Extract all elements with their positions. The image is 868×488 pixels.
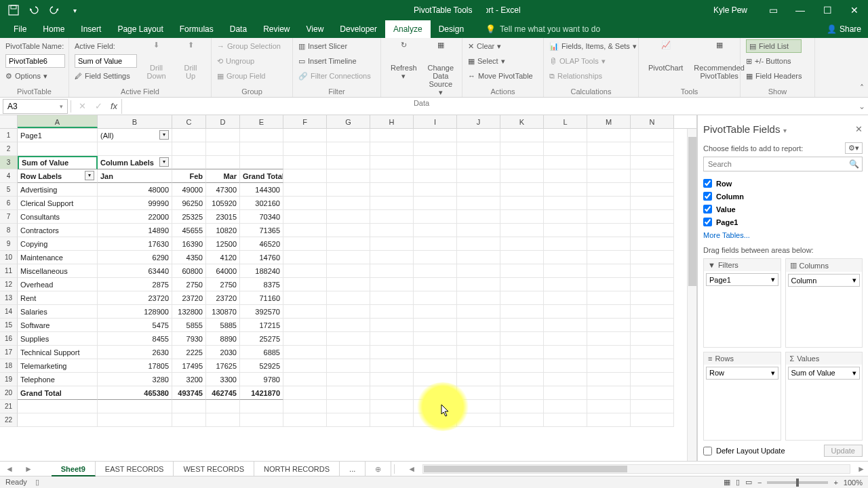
cell[interactable]: 8375 xyxy=(240,278,283,291)
cell[interactable] xyxy=(544,332,587,346)
cell[interactable]: Salaries xyxy=(18,305,98,319)
more-tables-link[interactable]: More Tables... xyxy=(703,231,863,239)
cell[interactable] xyxy=(457,197,500,210)
cell[interactable] xyxy=(587,129,631,142)
tab-page-layout[interactable]: Page Layout xyxy=(109,20,171,38)
cell[interactable] xyxy=(283,237,327,251)
cell[interactable]: Grand Total xyxy=(18,386,98,400)
tab-file[interactable]: File xyxy=(5,20,35,38)
cell[interactable] xyxy=(631,400,674,413)
cell[interactable] xyxy=(414,373,457,386)
cell[interactable] xyxy=(414,197,457,210)
col-header-F[interactable]: F xyxy=(283,115,327,128)
dropdown-icon[interactable]: ▾ xyxy=(159,130,169,140)
cell[interactable] xyxy=(370,237,414,251)
cell[interactable] xyxy=(457,129,500,142)
row-header[interactable]: 12 xyxy=(0,278,18,291)
cell[interactable] xyxy=(587,373,631,386)
cell[interactable] xyxy=(587,346,631,359)
hscroll-right-icon[interactable]: ► xyxy=(854,464,868,474)
cell[interactable] xyxy=(370,386,414,400)
cell[interactable] xyxy=(587,400,631,413)
cell[interactable]: 71365 xyxy=(240,224,283,237)
row-header[interactable]: 8 xyxy=(0,224,18,237)
cell[interactable]: 71160 xyxy=(240,291,283,305)
expand-formula-bar-icon[interactable]: ⌄ xyxy=(856,102,868,111)
cell[interactable] xyxy=(414,291,457,305)
qat-custom-icon[interactable]: ▾ xyxy=(68,3,81,17)
cell[interactable] xyxy=(327,183,370,197)
value-area-item[interactable]: Sum of Value▾ xyxy=(788,367,861,380)
cell[interactable] xyxy=(240,156,283,169)
cell[interactable]: 46520 xyxy=(240,237,283,251)
cell[interactable] xyxy=(283,413,327,427)
cell[interactable] xyxy=(414,251,457,264)
share-button[interactable]: 👤 Share xyxy=(827,20,861,38)
move-pt-button[interactable]: ↔ Move PivotTable xyxy=(468,69,533,83)
cell[interactable]: 60800 xyxy=(172,264,206,278)
cell[interactable]: 63440 xyxy=(98,264,172,278)
cell[interactable] xyxy=(327,210,370,224)
cell[interactable] xyxy=(370,291,414,305)
collapse-ribbon-icon[interactable]: ˄ xyxy=(860,83,864,93)
cell[interactable]: 23720 xyxy=(172,291,206,305)
cell[interactable]: 5475 xyxy=(98,319,172,332)
cell[interactable]: Sum of Value xyxy=(18,156,98,169)
row-header[interactable]: 22 xyxy=(0,413,18,427)
row-header[interactable]: 21 xyxy=(0,400,18,413)
fields-items-sets-button[interactable]: 📊 Fields, Items, & Sets ▾ xyxy=(549,39,637,53)
col-header-A[interactable]: A xyxy=(18,115,98,128)
insert-timeline-button[interactable]: ▭ Insert Timeline xyxy=(298,54,371,68)
cell[interactable]: Rent xyxy=(18,291,98,305)
cell[interactable] xyxy=(370,224,414,237)
cell[interactable]: Maintenance xyxy=(18,251,98,264)
cell[interactable]: Telemarketing xyxy=(18,359,98,373)
cell[interactable] xyxy=(631,183,674,197)
pivotchart-button[interactable]: 📈PivotChart xyxy=(644,39,687,73)
cell[interactable] xyxy=(283,332,327,346)
cell[interactable] xyxy=(172,400,206,413)
cell[interactable]: 14760 xyxy=(240,251,283,264)
cell[interactable] xyxy=(587,169,631,183)
cell[interactable] xyxy=(457,237,500,251)
cell[interactable]: 17630 xyxy=(98,237,172,251)
cell[interactable] xyxy=(457,332,500,346)
cell[interactable] xyxy=(587,359,631,373)
filter-area-item[interactable]: Page1▾ xyxy=(706,273,778,286)
close-icon[interactable]: ✕ xyxy=(841,0,868,20)
cell[interactable] xyxy=(327,129,370,142)
cell[interactable] xyxy=(98,413,172,427)
cell[interactable] xyxy=(172,413,206,427)
cell[interactable] xyxy=(587,210,631,224)
cell[interactable] xyxy=(457,156,500,169)
cell[interactable]: 6290 xyxy=(98,251,172,264)
cell[interactable] xyxy=(327,400,370,413)
cell[interactable] xyxy=(631,373,674,386)
redo-icon[interactable] xyxy=(47,3,61,17)
cell[interactable]: Clerical Support xyxy=(18,197,98,210)
cell[interactable]: 2750 xyxy=(172,278,206,291)
cell[interactable]: 47300 xyxy=(206,183,240,197)
cell[interactable] xyxy=(587,264,631,278)
col-header-C[interactable]: C xyxy=(172,115,206,128)
cell[interactable]: 17805 xyxy=(98,359,172,373)
row-area-item[interactable]: Row▾ xyxy=(706,367,778,380)
cell[interactable] xyxy=(327,169,370,183)
sheet-tab-more[interactable]: ... xyxy=(340,462,366,476)
cell[interactable] xyxy=(457,142,500,156)
cell[interactable] xyxy=(327,197,370,210)
cell[interactable] xyxy=(500,169,544,183)
cell[interactable] xyxy=(283,305,327,319)
cell[interactable]: 23720 xyxy=(206,291,240,305)
cell[interactable] xyxy=(500,359,544,373)
cell[interactable] xyxy=(500,210,544,224)
cell[interactable] xyxy=(370,305,414,319)
formula-input[interactable] xyxy=(121,99,856,114)
sheet-tab-active[interactable]: Sheet9 xyxy=(52,462,96,476)
col-header-B[interactable]: B xyxy=(98,115,172,128)
field-checkbox[interactable]: Value xyxy=(703,203,863,216)
cell[interactable] xyxy=(370,319,414,332)
cell[interactable] xyxy=(500,413,544,427)
cell[interactable]: Software xyxy=(18,319,98,332)
cell[interactable] xyxy=(370,210,414,224)
